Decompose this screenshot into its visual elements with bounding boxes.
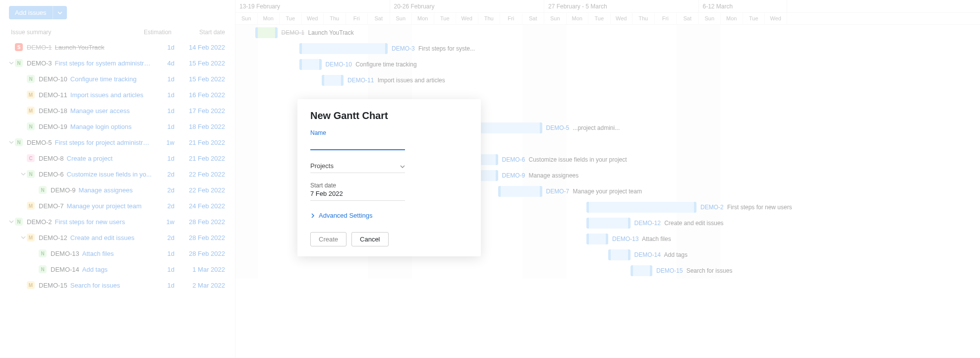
name-input[interactable] xyxy=(310,137,405,150)
start-date-value: 7 Feb 2022 xyxy=(310,190,405,197)
start-date-label: Start date xyxy=(310,182,405,189)
create-button[interactable]: Create xyxy=(310,232,346,246)
dialog-title: New Gantt Chart xyxy=(310,110,468,121)
modal-overlay[interactable] xyxy=(0,0,980,358)
projects-select-label: Projects xyxy=(310,162,334,170)
start-date-field[interactable]: Start date 7 Feb 2022 xyxy=(310,182,405,201)
advanced-settings-toggle[interactable]: Advanced Settings xyxy=(310,212,468,219)
name-field-label: Name xyxy=(310,129,468,136)
projects-select[interactable]: Projects xyxy=(310,159,405,173)
chevron-down-icon xyxy=(400,162,405,170)
cancel-button[interactable]: Cancel xyxy=(351,232,388,246)
new-gantt-chart-dialog: New Gantt Chart Name Projects Start date… xyxy=(297,99,481,256)
